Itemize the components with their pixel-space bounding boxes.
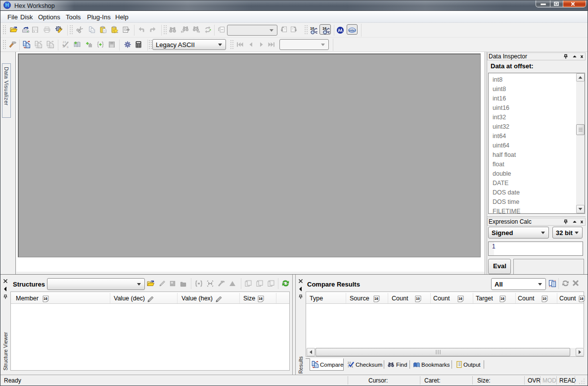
svg-text:16: 16 — [580, 297, 584, 300]
svg-text:H: H — [5, 2, 9, 8]
svg-text:10: 10 — [416, 297, 420, 300]
svg-text:16: 16 — [259, 297, 263, 300]
svg-text:10: 10 — [543, 297, 546, 300]
svg-text:16: 16 — [458, 297, 462, 300]
svg-text:16: 16 — [322, 26, 326, 31]
svg-text:16: 16 — [44, 297, 47, 300]
svg-text:16: 16 — [500, 297, 504, 300]
svg-text:10: 10 — [310, 26, 314, 31]
svg-text:16: 16 — [374, 297, 378, 300]
